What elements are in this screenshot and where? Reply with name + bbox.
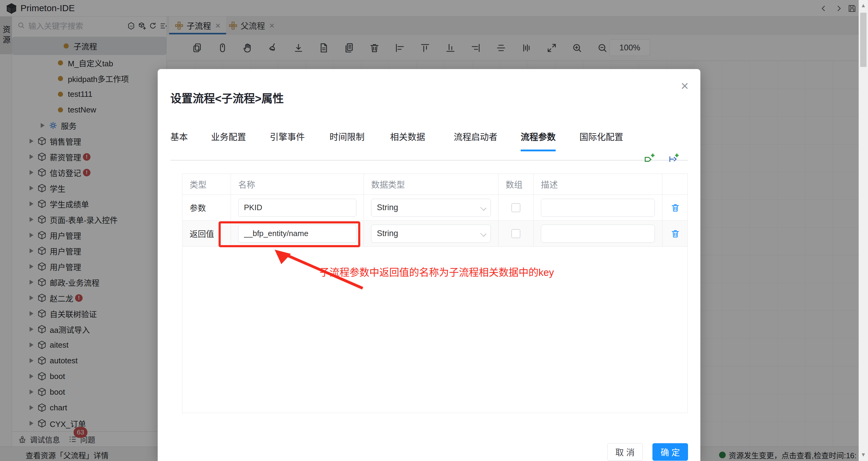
data-type-value: String bbox=[377, 203, 398, 212]
annotation-text: 子流程参数中返回值的名称为子流程相关数据中的key bbox=[319, 265, 554, 279]
dialog-title: 设置流程<子流程>属性 bbox=[170, 90, 284, 106]
dialog-tab-流程参数[interactable]: 流程参数 bbox=[521, 130, 556, 150]
chevron-down-icon bbox=[480, 230, 486, 236]
description-cell bbox=[534, 195, 662, 220]
dialog-tab-时间限制[interactable]: 时间限制 bbox=[330, 130, 365, 150]
cancel-button[interactable]: 取 消 bbox=[607, 443, 643, 461]
column-header-数组: 数组 bbox=[498, 174, 534, 194]
param-name-input[interactable] bbox=[238, 225, 356, 243]
table-header-row: 类型名称数据类型数组描述 bbox=[182, 174, 687, 195]
dialog-tab-引擎事件[interactable]: 引擎事件 bbox=[270, 130, 305, 150]
data-type-select[interactable]: String bbox=[371, 225, 491, 243]
description-cell bbox=[534, 221, 662, 246]
data-type-select[interactable]: String bbox=[371, 199, 491, 217]
scrollbar-thumb[interactable] bbox=[860, 13, 867, 67]
actions-cell bbox=[662, 221, 688, 246]
scroll-down-icon[interactable]: ▼ bbox=[859, 452, 868, 458]
dialog-tab-流程启动者[interactable]: 流程启动者 bbox=[454, 130, 497, 150]
trash-icon bbox=[671, 229, 680, 239]
actions-cell bbox=[662, 195, 688, 220]
parameters-table: 类型名称数据类型数组描述参数String返回值String bbox=[182, 174, 688, 413]
data-type-cell: String bbox=[364, 221, 498, 246]
param-name-input[interactable] bbox=[238, 199, 356, 217]
delete-row-button[interactable] bbox=[669, 202, 681, 214]
add-return-value-icon bbox=[668, 153, 680, 165]
delete-row-button[interactable] bbox=[669, 228, 681, 240]
data-type-value: String bbox=[377, 229, 398, 238]
description-input[interactable] bbox=[541, 225, 655, 243]
dialog-tabbar: 基本业务配置引擎事件时间限制相关数据流程启动者流程参数国际化配置 bbox=[170, 124, 688, 161]
dialog-tab-国际化配置[interactable]: 国际化配置 bbox=[580, 130, 623, 150]
name-cell bbox=[231, 195, 364, 220]
dialog-tab-基本[interactable]: 基本 bbox=[170, 130, 188, 150]
param-type-label: 返回值 bbox=[182, 221, 231, 246]
trash-icon bbox=[671, 203, 680, 213]
dialog-tab-相关数据[interactable]: 相关数据 bbox=[390, 130, 425, 150]
add-parameter-button[interactable] bbox=[644, 153, 656, 165]
scroll-up-icon[interactable]: ▲ bbox=[859, 2, 868, 9]
column-header-actions bbox=[662, 174, 688, 194]
process-properties-dialog: 设置流程<子流程>属性 × 基本业务配置引擎事件时间限制相关数据流程启动者流程参… bbox=[158, 69, 701, 461]
param-type-label: 参数 bbox=[182, 195, 231, 220]
table-row-返回值: 返回值String bbox=[182, 221, 687, 247]
column-header-描述: 描述 bbox=[534, 174, 662, 194]
table-row-参数: 参数String bbox=[182, 195, 687, 221]
data-type-cell: String bbox=[364, 195, 498, 220]
close-icon[interactable]: × bbox=[677, 78, 692, 94]
array-checkbox[interactable] bbox=[512, 229, 520, 238]
confirm-button[interactable]: 确 定 bbox=[652, 443, 688, 461]
column-header-数据类型: 数据类型 bbox=[364, 174, 498, 194]
column-header-名称: 名称 bbox=[231, 174, 364, 194]
add-return-value-button[interactable] bbox=[668, 153, 680, 165]
array-cell bbox=[498, 221, 534, 246]
add-parameter-icon bbox=[644, 153, 656, 165]
name-cell bbox=[231, 221, 364, 246]
window-scrollbar[interactable]: ▲ ▼ bbox=[859, 0, 868, 461]
column-header-类型: 类型 bbox=[182, 174, 231, 194]
chevron-down-icon bbox=[480, 205, 486, 211]
array-checkbox[interactable] bbox=[512, 203, 520, 212]
array-cell bbox=[498, 195, 534, 220]
description-input[interactable] bbox=[541, 199, 655, 217]
dialog-tab-业务配置[interactable]: 业务配置 bbox=[211, 130, 246, 150]
application-window: Primeton-IDE 资源 输入关键字搜索 AIEn文 子流程M_自定义ta… bbox=[0, 0, 868, 461]
